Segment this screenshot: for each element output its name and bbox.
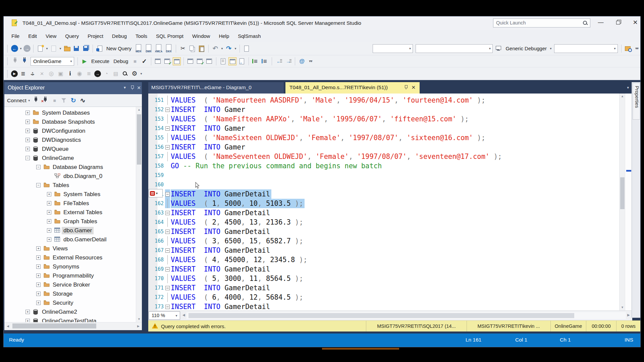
- menu-window[interactable]: Window: [188, 32, 214, 40]
- comment-marker-icon[interactable]: [150, 191, 155, 196]
- plug-icon[interactable]: [11, 57, 19, 65]
- scroll-thumb[interactable]: [12, 323, 96, 328]
- smash-clock-icon[interactable]: [102, 70, 110, 78]
- tree-item-label[interactable]: dbo.Gamer: [62, 227, 94, 234]
- debug-target-icon[interactable]: [495, 45, 503, 53]
- expand-icon[interactable]: +: [47, 192, 51, 196]
- expand-icon[interactable]: +: [36, 246, 41, 251]
- menu-help[interactable]: Help: [214, 32, 233, 40]
- expand-icon[interactable]: +: [25, 129, 30, 133]
- xmla-query-icon[interactable]: XMLA: [155, 44, 163, 53]
- fold-collapse-icon[interactable]: [165, 189, 170, 199]
- smash-play-icon[interactable]: [11, 70, 18, 77]
- dropdown-caret-icon[interactable]: [220, 47, 224, 50]
- plan-estimated-icon[interactable]: [186, 57, 195, 65]
- collapse-icon[interactable]: −: [36, 165, 41, 169]
- fold-collapse-icon[interactable]: [165, 227, 170, 236]
- dropdown-caret-icon[interactable]: [549, 47, 553, 50]
- scroll-up-icon[interactable]: ▲: [136, 107, 142, 113]
- fold-collapse-icon[interactable]: [165, 283, 170, 293]
- tree-item-label[interactable]: dbo.Diagram_0: [62, 173, 104, 180]
- scroll-thumb[interactable]: [620, 177, 625, 209]
- forward-icon[interactable]: [23, 45, 31, 52]
- tree-item-label[interactable]: Graph Tables: [62, 218, 99, 225]
- menu-view[interactable]: View: [41, 32, 61, 40]
- tree-item[interactable]: +DWDiagnostics: [4, 135, 142, 144]
- tree-item[interactable]: +OnlineGameTestData: [4, 316, 142, 322]
- fold-minus-box[interactable]: [165, 108, 170, 112]
- code-line[interactable]: 165INSERT INTO GamerDetail: [148, 227, 632, 236]
- tab-list-dropdown-icon[interactable]: ▾: [627, 85, 629, 90]
- collapse-icon[interactable]: −: [25, 156, 30, 160]
- fold-collapse-icon[interactable]: [165, 105, 170, 114]
- pin-icon[interactable]: [404, 85, 408, 91]
- tree-item[interactable]: −Database Diagrams: [4, 163, 142, 172]
- pin-icon[interactable]: [129, 85, 135, 91]
- dropdown-caret-icon[interactable]: [19, 47, 23, 50]
- restore-button[interactable]: [613, 17, 624, 27]
- window-position-caret-icon[interactable]: ▾: [122, 85, 128, 90]
- close-icon[interactable]: ✕: [411, 84, 416, 90]
- expand-icon[interactable]: +: [36, 292, 41, 296]
- code-line[interactable]: 167INSERT INTO GamerDetail: [148, 246, 632, 255]
- expand-icon[interactable]: +: [25, 138, 30, 142]
- paste-icon[interactable]: [198, 45, 206, 53]
- tree-item-label[interactable]: Storage: [51, 290, 74, 298]
- indent-icon[interactable]: [284, 57, 292, 65]
- combo-caret-icon[interactable]: [487, 47, 492, 50]
- code-line[interactable]: 171INSERT INTO GamerDetail: [148, 283, 632, 293]
- expand-icon[interactable]: +: [36, 283, 41, 287]
- plug-colored-icon[interactable]: [20, 57, 29, 65]
- menu-tools[interactable]: Tools: [131, 32, 152, 40]
- fold-collapse-icon[interactable]: [165, 124, 170, 133]
- outdent-icon[interactable]: [275, 57, 283, 65]
- showplan1-icon[interactable]: [154, 57, 162, 65]
- fold-minus-box[interactable]: [165, 126, 170, 131]
- tree-item-label[interactable]: DWConfiguration: [40, 127, 87, 135]
- stop-icon[interactable]: [131, 57, 139, 65]
- tree-item-label[interactable]: System Databases: [40, 109, 92, 117]
- editor-horizontal-scrollbar[interactable]: [186, 312, 626, 319]
- collapse-icon[interactable]: −: [36, 183, 41, 187]
- menu-file[interactable]: File: [7, 32, 24, 40]
- combo-caret-icon[interactable]: [612, 47, 618, 50]
- code-line[interactable]: 155VALUES ( 'NameSixteen OLDWEJD', 'Fema…: [148, 133, 632, 142]
- expand-icon[interactable]: +: [25, 120, 30, 124]
- add-item-icon[interactable]: [50, 45, 58, 53]
- smash-collapse-icon[interactable]: [38, 70, 46, 78]
- scroll-thumb[interactable]: [137, 114, 141, 165]
- code-line[interactable]: 151VALUES ( 'NameFourteen AASDRFD', 'Mal…: [148, 96, 632, 105]
- toolbar-overflow-icon[interactable]: [307, 59, 314, 63]
- code-line[interactable]: 166VALUES ( 3, 6500, 15, 6582.7 );: [148, 236, 632, 246]
- code-line[interactable]: 169INSERT INTO GamerDetail: [148, 264, 632, 274]
- tree-item-label[interactable]: External Tables: [62, 209, 104, 216]
- smash-list2-icon[interactable]: [85, 70, 93, 78]
- code-line[interactable]: 162VALUES ( 1, 5000, 10, 5103.5 );: [148, 199, 632, 208]
- connect-button[interactable]: Connect: [7, 98, 26, 104]
- oe-stop-icon[interactable]: [51, 97, 59, 105]
- code-line[interactable]: 164VALUES ( 2, 4500, 13, 2136.3 );: [148, 218, 632, 227]
- minimize-button[interactable]: ―: [595, 17, 606, 27]
- toolbar-combo-2[interactable]: [416, 44, 493, 53]
- dropdown-caret-icon[interactable]: [233, 47, 237, 50]
- connect-caret-icon[interactable]: [27, 99, 31, 102]
- tree-item[interactable]: +External Tables: [4, 208, 142, 217]
- marker-caret-icon[interactable]: [156, 191, 158, 195]
- tree-item[interactable]: +Database Snapshots: [4, 117, 142, 126]
- oe-filter-icon[interactable]: [60, 97, 68, 105]
- dropdown-caret-icon[interactable]: [45, 47, 49, 50]
- code-line[interactable]: 161INSERT INTO GamerDetail: [148, 189, 632, 199]
- tree-item-label[interactable]: Tables: [51, 182, 71, 189]
- code-line[interactable]: 159: [148, 171, 632, 180]
- tree-item-label[interactable]: Synonyms: [51, 263, 81, 270]
- tree-item[interactable]: +FileTables: [4, 199, 142, 208]
- smash-copy-icon[interactable]: [57, 70, 65, 78]
- oe-disconnect-icon[interactable]: ×: [41, 97, 49, 105]
- expand-icon[interactable]: +: [36, 274, 41, 278]
- find-in-files-icon[interactable]: [624, 45, 632, 53]
- fold-collapse-icon[interactable]: [165, 246, 170, 255]
- save-icon[interactable]: [72, 45, 80, 53]
- new-file-icon[interactable]: [36, 45, 44, 53]
- database-combo[interactable]: OnlineGame: [31, 57, 74, 66]
- tree-item-label[interactable]: OnlineGame: [40, 155, 75, 162]
